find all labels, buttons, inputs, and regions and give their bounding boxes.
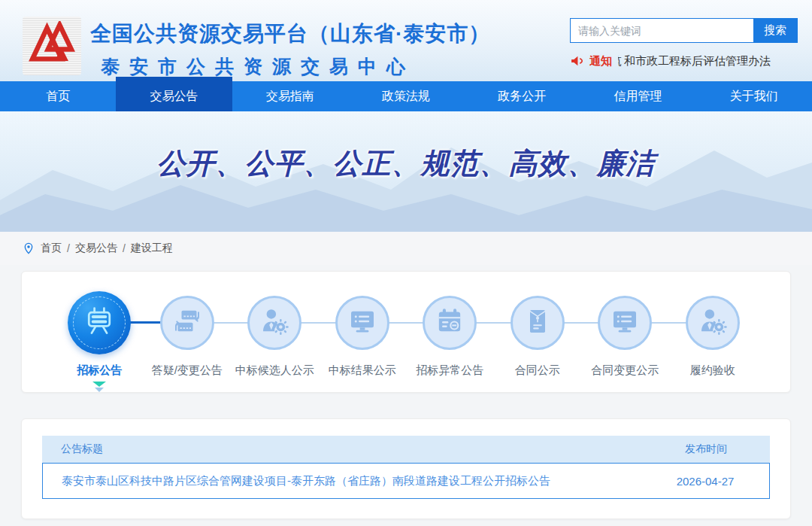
chevron-down-icon [92,382,106,392]
table-row[interactable]: 泰安市泰山区科技中路片区综合管网建设项目-泰开东路（省庄路）南段道路建设工程公开… [42,463,770,499]
card-exchange-icon [172,306,202,339]
notice-bar[interactable]: 通知 筑 和市政工程标后评估管理办法 [570,53,803,68]
breadcrumb-home[interactable]: 首页 [41,242,62,255]
site-titles: 全国公共资源交易平台（山东省·泰安市） 泰安市公共资源交易中心 [90,17,490,79]
step-label: 合同公示 [515,363,560,378]
monitor-list-icon [347,306,377,339]
announcement-publish-date: 2026-04-27 [641,475,769,488]
site-header: 全国公共资源交易平台（山东省·泰安市） 泰安市公共资源交易中心 搜索 通知 筑 … [0,0,812,81]
step-circle[interactable] [423,296,477,350]
person-gear-icon [259,306,289,339]
nav-item-credit[interactable]: 信用管理 [580,81,695,111]
main-content: 招标公告 [0,265,812,526]
step-label: 招标异常公告 [416,363,483,378]
step-circle[interactable] [511,296,565,350]
person-gear-icon [698,306,728,339]
step-label: 中标候选人公示 [235,363,314,378]
search-bar: 搜索 [570,18,798,43]
breadcrumb-construction[interactable]: 建设工程 [131,242,173,255]
nav-item-gov-affairs[interactable]: 政务公开 [464,81,580,111]
step-label: 合同变更公示 [591,363,659,378]
announcement-table-card: 公告标题 发布时间 泰安市泰山区科技中路片区综合管网建设项目-泰开东路（省庄路）… [21,418,791,519]
column-header-publish-time: 发布时间 [642,442,770,456]
search-button[interactable]: 搜索 [753,19,797,42]
main-nav: 首页 交易公告 交易指南 政策法规 政务公开 信用管理 关于我们 [0,81,812,111]
step-label: 履约验收 [690,363,735,378]
search-input[interactable] [571,19,753,42]
breadcrumb-trade-announcements[interactable]: 交易公告 [75,242,117,255]
banner-slogan: 公开、公平、公正、规范、高效、廉洁 [0,144,812,183]
calendar-minus-icon [435,306,465,339]
contract-seal-icon [523,306,553,339]
step-winning-candidate-publicity[interactable]: 中标候选人公示 [231,291,319,392]
step-label: 答疑/变更公告 [152,363,223,378]
process-steps-card: 招标公告 [21,271,791,393]
triangles-logo-icon [29,21,75,71]
step-label: 招标公告 [77,363,122,378]
speaker-icon [570,53,585,68]
step-winning-result-publicity[interactable]: 中标结果公示 [319,291,407,392]
table-header-row: 公告标题 发布时间 [42,436,770,463]
column-header-title: 公告标题 [42,442,642,456]
step-circle[interactable] [598,296,652,350]
site-logo [23,17,81,75]
nav-item-about[interactable]: 关于我们 [696,81,812,111]
location-pin-icon [23,242,35,254]
step-bid-abnormal-announcement[interactable]: 招标异常公告 [406,291,494,392]
site-subtitle: 泰安市公共资源交易中心 [90,54,490,79]
notice-text[interactable]: 和市政工程标后评估管理办法 [624,54,771,68]
step-bid-announcement[interactable]: 招标公告 [56,291,144,392]
breadcrumb: 首页 / 交易公告 / 建设工程 [0,232,812,265]
notice-partial-char: 筑 [618,54,624,68]
step-label: 中标结果公示 [329,363,396,378]
site-title: 全国公共资源交易平台（山东省·泰安市） [90,20,490,48]
step-contract-change-publicity[interactable]: 合同变更公示 [581,291,669,392]
step-performance-acceptance[interactable]: 履约验收 [669,291,757,392]
monitor-list-icon [610,306,640,339]
announcement-title-link[interactable]: 泰安市泰山区科技中路片区综合管网建设项目-泰开东路（省庄路）南段道路建设工程公开… [43,474,641,488]
header-right: 搜索 通知 筑 和市政工程标后评估管理办法 [570,17,803,68]
notice-label: 通知 [589,54,612,68]
step-circle[interactable] [247,296,301,350]
step-circle[interactable] [335,296,389,350]
step-circle-active[interactable] [68,291,131,354]
nav-item-trade-announcements[interactable]: 交易公告 [116,77,232,111]
breadcrumb-separator: / [67,242,70,254]
nav-item-policies[interactable]: 政策法规 [348,81,464,111]
process-steps: 招标公告 [56,291,756,392]
step-qa-change-announcement[interactable]: 答疑/变更公告 [144,291,232,392]
breadcrumb-separator: / [123,242,126,254]
banner: 公开、公平、公正、规范、高效、廉洁 [0,111,812,232]
step-circle[interactable] [686,296,740,350]
nav-item-home[interactable]: 首页 [0,81,116,111]
nav-item-trade-guide[interactable]: 交易指南 [232,81,348,111]
dashed-ring [73,296,126,349]
step-contract-publicity[interactable]: 合同公示 [494,291,582,392]
step-circle[interactable] [160,296,214,350]
